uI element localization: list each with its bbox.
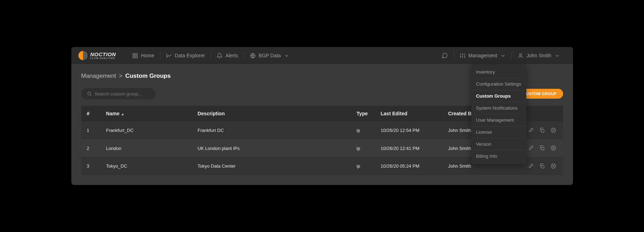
col-header-num[interactable]: #: [81, 106, 101, 121]
nav-chat[interactable]: [436, 47, 454, 64]
nav-user[interactable]: John Smith: [512, 47, 566, 64]
copy-icon[interactable]: [538, 144, 546, 152]
dropdown-item[interactable]: Inventory: [471, 66, 526, 78]
edit-icon[interactable]: [527, 144, 535, 152]
svg-rect-0: [133, 53, 135, 55]
cell-type: ip: [351, 157, 375, 175]
edit-icon[interactable]: [527, 126, 535, 134]
nav-home-label: Home: [141, 53, 154, 58]
sort-asc-icon: ▲: [121, 112, 124, 116]
svg-rect-19: [541, 129, 544, 132]
delete-icon[interactable]: [550, 162, 557, 170]
svg-rect-3: [136, 56, 137, 58]
brand-name: NOCTION: [90, 52, 116, 57]
chevron-down-icon: [284, 53, 290, 59]
col-header-name[interactable]: Name▲: [100, 106, 192, 121]
chat-icon: [442, 52, 448, 59]
search-input[interactable]: [95, 91, 150, 97]
breadcrumb-parent[interactable]: Management: [81, 72, 116, 80]
cell-type: ip: [351, 139, 375, 157]
svg-rect-2: [133, 56, 135, 58]
globe-icon: [250, 53, 256, 59]
dropdown-item[interactable]: System Notifications: [471, 102, 526, 114]
svg-point-14: [520, 54, 522, 56]
cell-num: 2: [81, 139, 101, 157]
nav-data-explorer-label: Data Explorer: [175, 53, 205, 58]
logo[interactable]: NOCTION FLOW ANALYZER: [78, 51, 116, 60]
nav-alerts[interactable]: Alerts: [211, 47, 244, 64]
cell-num: 1: [81, 121, 101, 139]
cell-name: London: [100, 139, 192, 157]
cell-last-edited: 10/26/20 12:41 PM: [375, 139, 443, 157]
top-nav: NOCTION FLOW ANALYZER Home Data Explorer…: [71, 47, 573, 64]
cell-type: ip: [351, 121, 375, 139]
svg-rect-23: [541, 147, 544, 150]
dropdown-item[interactable]: Configuration Settings: [471, 78, 526, 90]
cell-last-edited: 10/26/20 12:54 PM: [375, 121, 443, 139]
dropdown-item[interactable]: Billing Info: [471, 150, 526, 162]
nav-data-explorer[interactable]: Data Explorer: [160, 47, 211, 64]
col-header-type[interactable]: Type: [351, 106, 375, 121]
nav-home[interactable]: Home: [126, 47, 160, 64]
col-header-desc[interactable]: Description: [192, 106, 351, 121]
svg-rect-1: [136, 53, 137, 55]
copy-icon[interactable]: [538, 126, 546, 134]
sliders-icon: [460, 53, 466, 59]
app-window: NOCTION FLOW ANALYZER Home Data Explorer…: [71, 47, 573, 185]
chart-line-icon: [166, 53, 172, 59]
copy-icon[interactable]: [538, 162, 546, 170]
breadcrumb-separator: >: [119, 72, 123, 80]
col-header-last-edited[interactable]: Last Edited: [375, 106, 443, 121]
nav-user-label: John Smith: [526, 53, 551, 58]
cell-desc: UK London plant IPs: [192, 139, 351, 157]
logo-icon: [78, 51, 88, 60]
dropdown-item[interactable]: Version: [471, 138, 526, 150]
delete-icon[interactable]: [550, 144, 557, 152]
nav-bgp-data[interactable]: BGP Data: [244, 47, 295, 64]
nav-management[interactable]: Management: [454, 47, 512, 64]
cell-num: 3: [81, 157, 101, 175]
delete-icon[interactable]: [550, 126, 557, 134]
brand-subtitle: FLOW ANALYZER: [90, 57, 116, 59]
user-icon: [518, 53, 524, 59]
dropdown-item[interactable]: License: [471, 126, 526, 138]
edit-icon[interactable]: [527, 162, 535, 170]
cell-name: Tokyo_DC: [100, 157, 192, 175]
nav-management-label: Management: [468, 53, 497, 58]
grid-icon: [132, 53, 138, 59]
nav-bgp-data-label: BGP Data: [259, 53, 281, 58]
logo-text: NOCTION FLOW ANALYZER: [90, 52, 116, 59]
cell-name: Frankfurt_DC: [100, 121, 192, 139]
cell-last-edited: 10/26/20 05:24 PM: [375, 157, 443, 175]
bell-icon: [217, 53, 223, 59]
management-dropdown: InventoryConfiguration SettingsCustom Gr…: [471, 64, 526, 164]
search-box[interactable]: [81, 88, 155, 99]
dropdown-item[interactable]: User Management: [471, 114, 526, 126]
svg-line-16: [90, 95, 91, 96]
chevron-down-icon: [554, 53, 560, 59]
cell-desc: Tokyo Data Center: [192, 157, 351, 175]
dropdown-item[interactable]: Custom Groups: [471, 90, 526, 102]
breadcrumb-current: Custom Groups: [125, 72, 171, 80]
cell-desc: Frankfurt DC: [192, 121, 351, 139]
svg-point-15: [88, 92, 90, 95]
search-icon: [87, 91, 92, 97]
chevron-down-icon: [500, 53, 506, 59]
svg-rect-27: [541, 165, 544, 168]
nav-alerts-label: Alerts: [225, 53, 238, 58]
